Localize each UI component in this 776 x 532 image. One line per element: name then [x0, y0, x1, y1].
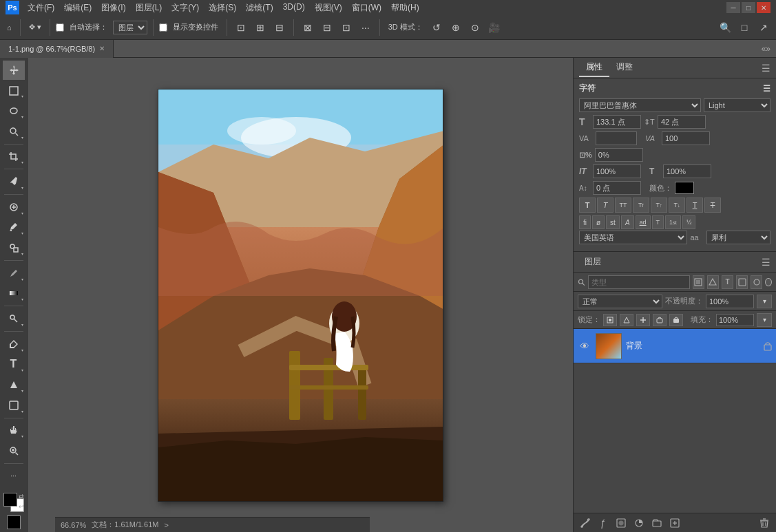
menu-help[interactable]: 帮助(H): [387, 1, 423, 15]
ot-ligatures[interactable]: fi: [579, 215, 591, 229]
home-button[interactable]: ⌂: [4, 22, 14, 33]
hand-tool[interactable]: ▾: [3, 421, 25, 440]
filter-toggle[interactable]: [765, 278, 772, 286]
menu-window[interactable]: 窗口(W): [348, 1, 386, 15]
filter-adjust-btn[interactable]: [707, 275, 719, 289]
link-layers-btn[interactable]: [578, 515, 593, 531]
search-button[interactable]: 🔍: [717, 19, 733, 36]
align-right-button[interactable]: ⊟: [271, 19, 288, 36]
tab-adjustments[interactable]: 调整: [609, 58, 640, 77]
font-style-select[interactable]: Light: [704, 98, 770, 112]
ot-titling[interactable]: T: [652, 215, 664, 229]
arrange-docs-button[interactable]: «»: [756, 44, 776, 54]
move-tool[interactable]: [3, 61, 25, 80]
ot-stylistic[interactable]: st: [606, 215, 620, 229]
typo-allcaps[interactable]: TT: [615, 198, 631, 213]
auto-select-checkbox[interactable]: [56, 23, 64, 32]
ot-discretionary[interactable]: ad: [636, 215, 651, 229]
ot-oldstyle[interactable]: ø: [592, 215, 605, 229]
show-transform-checkbox[interactable]: [159, 23, 167, 32]
fill-arrow-btn[interactable]: ▾: [757, 313, 772, 327]
menu-text[interactable]: 文字(Y): [167, 1, 203, 15]
antialiasing-select[interactable]: 犀利: [706, 231, 770, 244]
minimize-button[interactable]: ─: [726, 2, 740, 13]
char-panel-menu[interactable]: ☰: [763, 84, 770, 94]
menu-3d[interactable]: 3D(D): [279, 1, 309, 15]
move-tool-options[interactable]: ✥ ▾: [26, 21, 44, 33]
menu-image[interactable]: 图像(I): [97, 1, 129, 15]
restore-button[interactable]: □: [742, 2, 755, 13]
quick-select-tool[interactable]: ▾: [3, 122, 25, 141]
brush-tool[interactable]: ▾: [3, 218, 25, 237]
layer-select[interactable]: 图层: [113, 21, 147, 34]
kerning-input[interactable]: [596, 131, 637, 145]
tab-close-button[interactable]: ✕: [99, 45, 105, 52]
fill-input[interactable]: [716, 314, 754, 326]
language-select[interactable]: 美国英语: [579, 231, 687, 244]
new-fill-btn[interactable]: [631, 515, 647, 531]
typo-bold[interactable]: T: [579, 198, 596, 213]
opacity-input[interactable]: [706, 295, 754, 308]
eyedropper-tool[interactable]: ▾: [3, 172, 25, 191]
lock-pixels-btn[interactable]: [603, 314, 617, 326]
status-arrow[interactable]: >: [165, 521, 169, 529]
dodge-tool[interactable]: ▾: [3, 309, 25, 328]
tracking-input[interactable]: [662, 131, 710, 145]
leading-input[interactable]: [658, 115, 706, 129]
document-tab[interactable]: 1-1.png @ 66.7%(RGB/8) ✕: [0, 40, 114, 58]
typo-super[interactable]: T↑: [651, 198, 667, 213]
align-left-button[interactable]: ⊡: [233, 19, 249, 36]
3d-btn3[interactable]: ⊙: [467, 19, 483, 36]
font-size-input[interactable]: [593, 115, 641, 129]
ot-swash[interactable]: A: [621, 215, 634, 229]
font-family-select[interactable]: 阿里巴巴普惠体: [579, 98, 701, 112]
menu-select[interactable]: 选择(S): [205, 1, 240, 15]
vert-scale-input[interactable]: [593, 164, 641, 178]
layers-search-input[interactable]: [588, 275, 690, 289]
crop-tool[interactable]: ▾: [3, 147, 25, 167]
typo-italic[interactable]: T: [597, 198, 614, 213]
clone-tool[interactable]: ▾: [3, 238, 25, 257]
new-layer-btn[interactable]: [667, 515, 682, 531]
3d-btn1[interactable]: ↺: [428, 19, 445, 36]
gradient-tool[interactable]: ▾: [3, 284, 25, 304]
delete-layer-btn[interactable]: [757, 515, 772, 531]
distribute3-button[interactable]: ⊡: [338, 19, 355, 36]
workspace-button[interactable]: □: [736, 19, 753, 36]
close-button[interactable]: ✕: [757, 2, 770, 13]
menu-layer[interactable]: 图层(L): [132, 1, 167, 15]
lock-image-btn[interactable]: [620, 314, 633, 326]
eraser-tool[interactable]: ▾: [3, 264, 25, 283]
shape-tool[interactable]: ▾: [3, 396, 25, 415]
align-center-button[interactable]: ⊞: [252, 19, 269, 36]
path-select-tool[interactable]: ▾: [3, 375, 25, 394]
typo-strikethrough[interactable]: T: [704, 198, 721, 213]
ot-fraction[interactable]: ½: [682, 215, 696, 229]
lock-all-btn[interactable]: [669, 314, 683, 326]
scale-h-input[interactable]: [595, 148, 643, 162]
distribute-button[interactable]: ⊠: [300, 19, 316, 36]
share-button[interactable]: ↗: [755, 19, 772, 36]
foreground-color-swatch[interactable]: [3, 493, 17, 507]
typo-underline[interactable]: T: [686, 198, 703, 213]
blend-mode-select[interactable]: 正常: [578, 295, 662, 308]
quick-mask-normal[interactable]: [7, 515, 21, 529]
menu-filter[interactable]: 滤镜(T): [242, 1, 277, 15]
more-options-button[interactable]: ···: [357, 19, 374, 36]
layer-item-background[interactable]: 👁 背景: [574, 329, 776, 363]
typo-sub[interactable]: T↓: [669, 198, 685, 213]
menu-view[interactable]: 视图(V): [311, 1, 346, 15]
text-tool[interactable]: T ▾: [3, 355, 25, 374]
panel-menu-icon[interactable]: ☰: [762, 63, 770, 74]
lock-position-btn[interactable]: [636, 314, 650, 326]
filter-pixel-btn[interactable]: [693, 275, 704, 289]
tab-layers[interactable]: 图层: [579, 253, 607, 270]
lock-artboard-btn[interactable]: [653, 314, 667, 326]
baseline-input[interactable]: [593, 181, 641, 195]
menu-edit[interactable]: 编辑(E): [60, 1, 96, 15]
ot-ordinal[interactable]: 1st: [665, 215, 681, 229]
layers-menu-icon[interactable]: ☰: [762, 257, 770, 268]
more-tools-button[interactable]: ···: [3, 467, 25, 486]
opacity-arrow-btn[interactable]: ▾: [757, 295, 772, 308]
distribute2-button[interactable]: ⊟: [319, 19, 335, 36]
